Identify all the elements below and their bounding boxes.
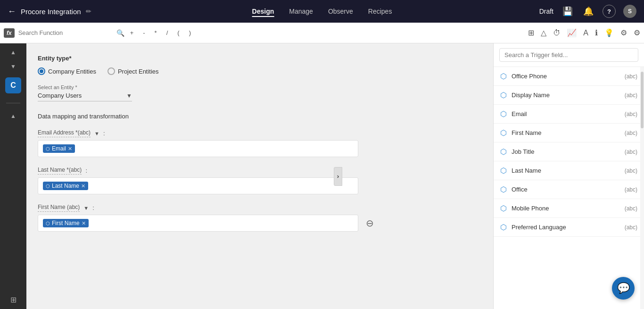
op-minus[interactable]: - [141, 28, 147, 37]
sidebar-expand-arrow[interactable]: ▲ [10, 113, 16, 119]
list-item[interactable]: ⬡ First Name (abc) [494, 124, 644, 142]
trigger-field-list: ⬡ Office Phone (abc) ⬡ Display Name (abc… [494, 67, 644, 309]
first-name-field-label: First Name (abc) [38, 204, 80, 212]
clock-icon[interactable]: ⏱ [553, 29, 561, 37]
tab-manage[interactable]: Manage [289, 6, 313, 17]
bulb-icon[interactable]: 💡 [604, 28, 614, 37]
first-name-label-row: First Name (abc) ▼ : [38, 204, 482, 212]
tab-recipes[interactable]: Recipes [368, 6, 392, 17]
op-divide[interactable]: / [165, 28, 170, 37]
project-entities-option[interactable]: Project Entities [107, 67, 159, 75]
last-name-label-row: Last Name *(abc) : [38, 167, 482, 175]
formula-bar: fx 🔍 + - * / ( ) ⊞ △ ⏱ 📈 A ℹ 💡 ⚙ ⚙ [0, 23, 644, 43]
help-button[interactable]: ? [603, 5, 616, 18]
last-name-field-label: Last Name *(abc) [38, 167, 82, 175]
gear-icon[interactable]: ⚙ [634, 28, 640, 37]
avatar[interactable]: S [623, 5, 636, 18]
select-entity-dropdown[interactable]: Company Users ▼ [38, 92, 132, 101]
project-entities-label: Project Entities [118, 68, 159, 75]
email-tag-icon: ⬡ [46, 146, 50, 151]
entity-type-label: Entity type* [38, 55, 482, 62]
field-type: (abc) [625, 130, 637, 136]
field-type: (abc) [625, 205, 637, 212]
select-entity-section: Select an Entity * Company Users ▼ [38, 84, 482, 101]
main-layout: ▲ ▼ C ▲ ⊞ Entity type* Company Entities … [0, 43, 644, 309]
drag-icon: ⬡ [500, 109, 507, 118]
save-button[interactable]: 💾 [561, 5, 574, 18]
grid-icon[interactable]: ⊞ [528, 28, 534, 37]
drag-icon: ⬡ [500, 91, 507, 100]
field-type: (abc) [625, 92, 637, 99]
first-name-field: First Name (abc) ▼ : ⬡ First Name ✕ ⊖ [38, 204, 482, 232]
chat-button[interactable]: 💬 [612, 277, 635, 300]
data-mapping-title: Data mapping and transformation [38, 113, 482, 120]
first-name-tag-remove[interactable]: ✕ [82, 220, 86, 226]
triangle-icon[interactable]: △ [541, 28, 546, 37]
app-title: Procore Integration [21, 8, 81, 16]
list-item[interactable]: ⬡ Email (abc) [494, 105, 644, 124]
field-name: Mobile Phone [512, 205, 620, 212]
drag-icon: ⬡ [500, 128, 507, 137]
company-entities-option[interactable]: Company Entities [38, 67, 96, 75]
first-name-tag-icon: ⬡ [46, 221, 50, 226]
last-name-tag-chip: ⬡ Last Name ✕ [43, 182, 88, 190]
email-tag-chip: ⬡ Email ✕ [43, 144, 75, 153]
nav-left: ← Procore Integration ✏ [8, 7, 91, 17]
nav-right: Draft 💾 🔔 ? S [539, 5, 636, 18]
list-item[interactable]: ⬡ Office (abc) [494, 180, 644, 199]
list-item[interactable]: ⬡ Display Name (abc) [494, 86, 644, 105]
field-type: (abc) [625, 149, 637, 155]
last-name-tag-remove[interactable]: ✕ [81, 183, 85, 189]
chart-icon[interactable]: 📈 [567, 28, 577, 37]
search-icon[interactable]: 🔍 [116, 29, 124, 37]
trigger-field-search-input[interactable] [499, 48, 638, 62]
back-button[interactable]: ← [8, 7, 16, 17]
op-multiply[interactable]: * [153, 28, 159, 37]
select-entity-label: Select an Entity * [38, 84, 482, 90]
notifications-button[interactable]: 🔔 [582, 5, 595, 18]
search-function-input[interactable] [18, 29, 113, 36]
settings-icon[interactable]: ⚙ [620, 28, 627, 37]
last-name-tag-input[interactable]: ⬡ Last Name ✕ [38, 177, 358, 194]
email-tag-remove[interactable]: ✕ [68, 146, 72, 152]
list-item[interactable]: ⬡ Last Name (abc) [494, 161, 644, 180]
info-icon[interactable]: ℹ [595, 28, 598, 37]
tab-design[interactable]: Design [252, 6, 274, 17]
list-item[interactable]: ⬡ Job Title (abc) [494, 142, 644, 161]
list-item[interactable]: ⬡ Office Phone (abc) [494, 67, 644, 86]
sidebar-down-arrow[interactable]: ▼ [10, 63, 16, 70]
first-name-dropdown-arrow-icon[interactable]: ▼ [83, 205, 89, 211]
edit-icon[interactable]: ✏ [86, 8, 91, 15]
tab-observe[interactable]: Observe [328, 6, 353, 17]
first-name-tag-input[interactable]: ⬡ First Name ✕ [38, 215, 358, 232]
formula-operators: + - * / ( ) [128, 28, 193, 37]
email-field-label: Email Address *(abc) [38, 129, 91, 137]
op-open-paren[interactable]: ( [175, 28, 181, 37]
project-entities-radio[interactable] [107, 67, 115, 75]
select-entity-value: Company Users [38, 92, 124, 99]
field-type: (abc) [625, 186, 637, 193]
field-name: Job Title [512, 148, 620, 155]
company-entities-radio[interactable] [38, 67, 45, 75]
email-label-row: Email Address *(abc) ▼ : [38, 129, 482, 137]
sidebar-table-icon[interactable]: ⊞ [10, 295, 17, 309]
field-name: Display Name [512, 92, 620, 99]
remove-field-button[interactable]: ⊖ [366, 217, 374, 229]
field-name: Last Name [512, 167, 620, 174]
email-tag-input[interactable]: ⬡ Email ✕ [38, 140, 358, 157]
op-plus[interactable]: + [128, 28, 136, 37]
collapse-panel-button[interactable]: › [334, 167, 342, 186]
email-dropdown-arrow-icon[interactable]: ▼ [94, 131, 99, 136]
op-close-paren[interactable]: ) [187, 28, 193, 37]
email-tag-label: Email [52, 145, 66, 152]
text-icon[interactable]: A [583, 29, 588, 37]
list-item[interactable]: ⬡ Mobile Phone (abc) [494, 199, 644, 218]
right-panel-scrollbar[interactable] [640, 67, 644, 309]
list-item[interactable]: ⬡ Preferred Language (abc) [494, 218, 644, 237]
draft-label: Draft [539, 8, 553, 15]
sidebar-brand-icon[interactable]: C [5, 77, 21, 93]
company-entities-label: Company Entities [48, 68, 96, 75]
last-name-field: Last Name *(abc) : ⬡ Last Name ✕ [38, 167, 482, 194]
drag-icon: ⬡ [500, 204, 507, 213]
sidebar-up-arrow[interactable]: ▲ [10, 49, 16, 56]
